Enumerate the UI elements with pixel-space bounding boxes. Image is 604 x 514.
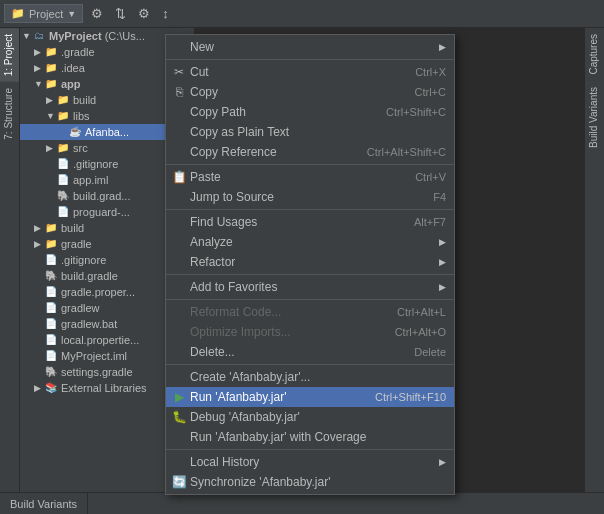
menu-item-find-usages[interactable]: Find Usages Alt+F7: [166, 212, 454, 232]
shortcut-paste: Ctrl+V: [415, 171, 446, 183]
arrow-myproject: ▼: [22, 31, 32, 41]
menu-label-copy-ref: Copy Reference: [190, 145, 347, 159]
menu-label-create-jar: Create 'Afanbaby.jar'...: [190, 370, 446, 384]
menu-item-paste[interactable]: 📋 Paste Ctrl+V: [166, 167, 454, 187]
shortcut-copy: Ctrl+C: [415, 86, 446, 98]
icon-settings-gradle: 🐘: [44, 365, 58, 379]
toolbar-project-label: Project: [29, 8, 63, 20]
icon-idea-dir: 📁: [44, 61, 58, 75]
separator-6: [166, 364, 454, 365]
shortcut-run-jar: Ctrl+Shift+F10: [375, 391, 446, 403]
icon-build-root: 📁: [44, 221, 58, 235]
build-variants-tab-label: Build Variants: [588, 87, 599, 148]
menu-label-optimize: Optimize Imports...: [190, 325, 375, 339]
shortcut-reformat: Ctrl+Alt+L: [397, 306, 446, 318]
menu-item-add-favorites[interactable]: Add to Favorites: [166, 277, 454, 297]
cut-icon: ✂: [171, 65, 187, 79]
menu-item-run-jar[interactable]: ▶ Run 'Afanbaby.jar' Ctrl+Shift+F10: [166, 387, 454, 407]
sidebar-item-project[interactable]: 1: Project: [0, 28, 19, 82]
label-proguard: proguard-...: [73, 206, 130, 218]
icon-gradle-dir: 📁: [44, 45, 58, 59]
label-afanbaby-jar: Afanba...: [85, 126, 129, 138]
label-myproject-iml: MyProject.iml: [61, 350, 127, 362]
menu-label-paste: Paste: [190, 170, 395, 184]
icon-gitignore-app: 📄: [56, 157, 70, 171]
icon-myproject: 🗂: [32, 29, 46, 43]
menu-item-create-jar[interactable]: Create 'Afanbaby.jar'...: [166, 367, 454, 387]
paste-icon: 📋: [171, 170, 187, 184]
menu-label-run-coverage: Run 'Afanbaby.jar' with Coverage: [190, 430, 446, 444]
project-dropdown[interactable]: 📁 Project ▼: [4, 4, 83, 23]
icon-gitignore-root: 📄: [44, 253, 58, 267]
label-gradle-properties: gradle.proper...: [61, 286, 135, 298]
copy-icon: ⎘: [171, 85, 187, 99]
label-idea-dir: .idea: [61, 62, 85, 74]
label-settings-gradle: settings.gradle: [61, 366, 133, 378]
side-tabs-left: 1: Project 7: Structure: [0, 28, 20, 492]
split-toolbar-icon[interactable]: ⇅: [111, 4, 130, 23]
menu-item-jump-source[interactable]: Jump to Source F4: [166, 187, 454, 207]
label-external-libs: External Libraries: [61, 382, 147, 394]
folder-icon: 📁: [11, 7, 25, 20]
icon-src-dir: 📁: [56, 141, 70, 155]
arrow-gradle: ▶: [34, 47, 44, 57]
project-tab-label: 1: Project: [3, 34, 14, 76]
bottom-tab-build-variants[interactable]: Build Variants: [0, 493, 88, 515]
label-build-gradle-root: build.gradle: [61, 270, 118, 282]
menu-item-debug-jar[interactable]: 🐛 Debug 'Afanbaby.jar': [166, 407, 454, 427]
separator-7: [166, 449, 454, 450]
shortcut-jump-source: F4: [433, 191, 446, 203]
menu-label-local-history: Local History: [190, 455, 439, 469]
menu-item-run-coverage[interactable]: Run 'Afanbaby.jar' with Coverage: [166, 427, 454, 447]
menu-item-copy-path[interactable]: Copy Path Ctrl+Shift+C: [166, 102, 454, 122]
menu-item-copy-ref[interactable]: Copy Reference Ctrl+Alt+Shift+C: [166, 142, 454, 162]
synchronize-icon: 🔄: [171, 475, 187, 489]
menu-label-copy: Copy: [190, 85, 395, 99]
arrow-external-libs: ▶: [34, 383, 44, 393]
menu-label-synchronize: Synchronize 'Afanbaby.jar': [190, 475, 446, 489]
captures-tab-label: Captures: [588, 34, 599, 75]
menu-label-refactor: Refactor: [190, 255, 439, 269]
separator-4: [166, 274, 454, 275]
dropdown-arrow-icon: ▼: [67, 9, 76, 19]
label-myproject: MyProject (C:\Us...: [49, 30, 145, 42]
gear-toolbar-icon[interactable]: ⚙: [134, 4, 154, 23]
menu-item-local-history[interactable]: Local History: [166, 452, 454, 472]
separator-3: [166, 209, 454, 210]
sidebar-item-build-variants[interactable]: Build Variants: [585, 81, 604, 154]
sidebar-item-structure[interactable]: 7: Structure: [0, 82, 19, 146]
debug-jar-icon: 🐛: [171, 410, 187, 424]
menu-label-jump-source: Jump to Source: [190, 190, 413, 204]
menu-item-cut[interactable]: ✂ Cut Ctrl+X: [166, 62, 454, 82]
menu-item-synchronize[interactable]: 🔄 Synchronize 'Afanbaby.jar': [166, 472, 454, 492]
menu-item-new[interactable]: New: [166, 37, 454, 57]
sort-toolbar-icon[interactable]: ↕: [158, 4, 173, 23]
shortcut-delete: Delete: [414, 346, 446, 358]
icon-gradle-root: 📁: [44, 237, 58, 251]
label-gradlew: gradlew: [61, 302, 100, 314]
shortcut-optimize: Ctrl+Alt+O: [395, 326, 446, 338]
label-src-dir: src: [73, 142, 88, 154]
menu-item-copy[interactable]: ⎘ Copy Ctrl+C: [166, 82, 454, 102]
separator-2: [166, 164, 454, 165]
sidebar-item-captures[interactable]: Captures: [585, 28, 604, 81]
settings-toolbar-icon[interactable]: ⚙: [87, 4, 107, 23]
shortcut-cut: Ctrl+X: [415, 66, 446, 78]
icon-proguard: 📄: [56, 205, 70, 219]
label-build-root: build: [61, 222, 84, 234]
menu-item-analyze[interactable]: Analyze: [166, 232, 454, 252]
arrow-build: ▶: [46, 95, 56, 105]
arrow-app: ▼: [34, 79, 44, 89]
menu-item-copy-plain[interactable]: Copy as Plain Text: [166, 122, 454, 142]
menu-label-cut: Cut: [190, 65, 395, 79]
build-variants-bottom-label: Build Variants: [10, 498, 77, 510]
side-tabs-right: Captures Build Variants: [584, 28, 604, 492]
arrow-src: ▶: [46, 143, 56, 153]
menu-item-refactor[interactable]: Refactor: [166, 252, 454, 272]
menu-item-delete[interactable]: Delete... Delete: [166, 342, 454, 362]
label-app-iml: app.iml: [73, 174, 108, 186]
context-menu: New ✂ Cut Ctrl+X ⎘ Copy Ctrl+C Copy Path…: [165, 34, 455, 495]
label-build-gradle-app: build.grad...: [73, 190, 130, 202]
toolbar: 📁 Project ▼ ⚙ ⇅ ⚙ ↕: [0, 0, 604, 28]
separator-1: [166, 59, 454, 60]
